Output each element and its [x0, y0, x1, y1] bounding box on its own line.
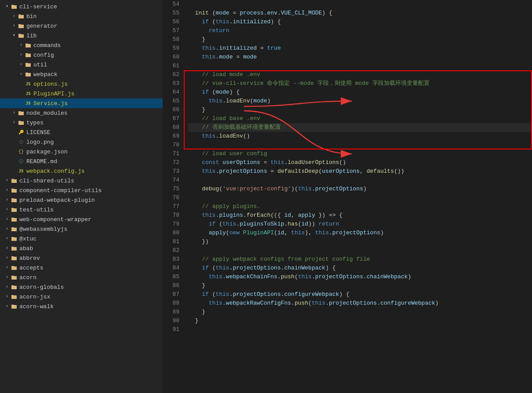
- line-number: 58: [166, 35, 179, 44]
- line-number: 73: [166, 167, 179, 176]
- sidebar-item-lib[interactable]: lib: [0, 31, 163, 40]
- sidebar-item-label: README.md: [26, 158, 57, 165]
- line-number: 74: [166, 176, 179, 185]
- line-number: 77: [166, 202, 179, 211]
- folder-icon: [11, 274, 18, 281]
- sidebar-item-webpack.config.js[interactable]: JSwebpack.config.js: [0, 166, 163, 176]
- line-number: 89: [166, 308, 179, 317]
- tree-arrow: [4, 245, 11, 252]
- sidebar-item-label: generator: [26, 23, 57, 29]
- sidebar-item-types[interactable]: types: [0, 118, 163, 127]
- sidebar-item-acorn-jsx[interactable]: acorn-jsx: [0, 292, 163, 302]
- line-number: 75: [166, 185, 179, 193]
- sidebar-item-config[interactable]: config: [0, 50, 163, 60]
- folder-icon: [11, 235, 18, 242]
- sidebar-item-bin[interactable]: bin: [0, 11, 163, 21]
- code-line: // vue-cli-service 命令指定 --mode 字段，则使用 mo…: [188, 79, 532, 88]
- sidebar-item-accepts[interactable]: accepts: [0, 263, 163, 273]
- sidebar-item-label: acorn: [19, 274, 36, 281]
- sidebar-item-label: @webassemblyjs: [19, 226, 67, 233]
- sidebar-item-cli-shared-utils[interactable]: cli-shared-utils: [0, 176, 163, 186]
- sidebar-item-acorn-globals[interactable]: acorn-globals: [0, 282, 163, 292]
- code-line: return: [188, 26, 532, 35]
- folder-icon: [25, 51, 32, 58]
- code-line: }: [188, 317, 532, 325]
- sidebar-item-xtuc[interactable]: @xtuc: [0, 234, 163, 244]
- sidebar-item-label: webpack: [33, 71, 58, 78]
- tree-arrow: [11, 32, 18, 39]
- sidebar-item-acorn-walk[interactable]: acorn-walk: [0, 302, 163, 311]
- sidebar-item-logo.png[interactable]: ⬡logo.png: [0, 137, 163, 147]
- json-icon: {}: [18, 148, 25, 155]
- sidebar-item-preload-webpack-plugin[interactable]: preload-webpack-plugin: [0, 195, 163, 205]
- tree-arrow: [4, 226, 11, 233]
- code-line: // load mode .env: [188, 70, 532, 79]
- code-line: this.loadEnv(): [188, 132, 532, 141]
- line-number: 80: [166, 229, 179, 237]
- folder-icon: [25, 42, 32, 49]
- tree-arrow: [11, 22, 18, 29]
- sidebar-item-label: webpack.config.js: [26, 168, 85, 175]
- line-number: 83: [166, 255, 179, 264]
- line-number: 82: [166, 246, 179, 255]
- line-number: 70: [166, 141, 179, 149]
- line-number: 72: [166, 158, 179, 167]
- sidebar-item-acorn[interactable]: acorn: [0, 273, 163, 282]
- code-line: if (this.pluginsToSkip.has(id)) return: [188, 220, 532, 229]
- tree-arrow: [4, 303, 11, 310]
- code-line: // load user config: [188, 149, 532, 158]
- sidebar-item-LICENSE[interactable]: 🔑LICENSE: [0, 127, 163, 137]
- line-number: 91: [166, 325, 179, 334]
- sidebar-item-util[interactable]: util: [0, 60, 163, 69]
- tree-arrow: [4, 274, 11, 281]
- tree-arrow: [11, 13, 18, 20]
- code-line: this.webpackChainFns.push(this.projectOp…: [188, 273, 532, 281]
- sidebar-item-abbrev[interactable]: abbrev: [0, 253, 163, 263]
- sidebar-item-web-component-wrapper[interactable]: web-component-wrapper: [0, 215, 163, 224]
- sidebar-item-README.md[interactable]: ⓘREADME.md: [0, 156, 163, 166]
- sidebar-item-node_modules[interactable]: node_modules: [0, 108, 163, 118]
- sidebar-item-component-compiler-utils[interactable]: component-compiler-utils: [0, 186, 163, 195]
- sidebar-item-label: bin: [26, 13, 36, 20]
- code-line: [188, 0, 532, 9]
- line-number: 68: [166, 123, 179, 132]
- line-number: 81: [166, 237, 179, 246]
- code-line: // apply plugins.: [188, 202, 532, 211]
- code-line: this.projectOptions = defaultsDeep(userO…: [188, 167, 532, 176]
- folder-icon: [11, 264, 18, 271]
- line-number: 71: [166, 149, 179, 158]
- line-number: 65: [166, 97, 179, 106]
- code-line: [188, 246, 532, 255]
- folder-icon: [25, 71, 32, 78]
- sidebar-item-label: package.json: [26, 149, 68, 155]
- code-line: [188, 141, 532, 149]
- sidebar-item-webpack[interactable]: webpack: [0, 69, 163, 79]
- tree-arrow: [4, 235, 11, 242]
- sidebar-item-label: lib: [26, 33, 36, 39]
- folder-icon: [11, 303, 18, 310]
- line-number: 69: [166, 132, 179, 141]
- sidebar-item-options.js[interactable]: JSoptions.js: [0, 79, 163, 89]
- code-line: if (this.projectOptions.configureWebpack…: [188, 290, 532, 299]
- sidebar-item-Service.js[interactable]: JSService.js: [0, 98, 163, 108]
- sidebar-item-label: types: [26, 120, 44, 126]
- sidebar-item-cli-service[interactable]: cli-service: [0, 2, 163, 11]
- editor-content[interactable]: 5455565758596061626364656667686970717273…: [163, 0, 532, 393]
- sidebar-item-label: options.js: [33, 81, 68, 87]
- tree-arrow: [4, 284, 11, 291]
- sidebar-item-label: acorn-walk: [19, 303, 54, 310]
- sidebar-item-commands[interactable]: commands: [0, 40, 163, 50]
- sidebar-item-PluginAPI.js[interactable]: JSPluginAPI.js: [0, 89, 163, 98]
- line-number: 90: [166, 317, 179, 325]
- sidebar-item-generator[interactable]: generator: [0, 21, 163, 31]
- code-line: debug('vue:project-config')(this.project…: [188, 185, 532, 193]
- line-number: 88: [166, 299, 179, 308]
- folder-icon: [11, 206, 18, 213]
- sidebar-item-webassemblyjs[interactable]: @webassemblyjs: [0, 224, 163, 234]
- sidebar-item-test-utils[interactable]: test-utils: [0, 205, 163, 215]
- sidebar-item-package.json[interactable]: {}package.json: [0, 147, 163, 156]
- code-line: // load base .env: [188, 114, 532, 123]
- tree-arrow: [4, 293, 11, 300]
- sidebar-item-abab[interactable]: abab: [0, 244, 163, 253]
- code-line: // apply webpack configs from project co…: [188, 255, 532, 264]
